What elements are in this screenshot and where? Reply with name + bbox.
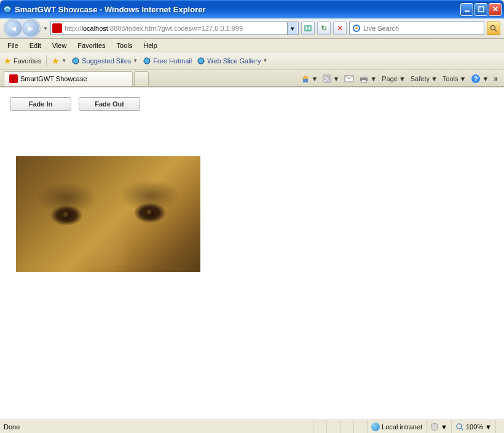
printer-icon <box>359 74 369 83</box>
menu-view[interactable]: View <box>47 41 72 50</box>
tools-menu[interactable]: Tools▼ <box>443 75 467 82</box>
tab-bar: SmartGWT Showcase ▼ ▼ ▼ Page▼ Safety▼ To… <box>0 70 504 87</box>
svg-point-10 <box>144 58 150 64</box>
free-hotmail-link[interactable]: Free Hotmail <box>143 57 192 65</box>
status-pane <box>353 420 367 433</box>
star-icon: ★ <box>4 56 12 66</box>
page-content: Fade In Fade Out <box>0 87 504 419</box>
svg-point-20 <box>457 424 462 429</box>
status-pane <box>326 420 340 433</box>
svg-point-9 <box>73 58 79 64</box>
zoom-control[interactable]: 100% ▼ <box>451 420 495 433</box>
svg-point-11 <box>198 58 204 64</box>
read-mail-button[interactable] <box>344 75 354 82</box>
print-button[interactable]: ▼ <box>359 74 377 83</box>
svg-rect-1 <box>465 10 470 12</box>
address-bar[interactable]: http://localhost:8888/index.html?gwt.cod… <box>50 22 299 35</box>
svg-rect-17 <box>361 80 366 82</box>
suggested-sites-link[interactable]: Suggested Sites▼ <box>71 57 138 65</box>
magnifier-icon <box>490 25 497 32</box>
status-bar: Done Local intranet ▼ 100% ▼ <box>0 419 504 433</box>
zone-icon <box>371 423 380 431</box>
demo-image <box>16 156 200 272</box>
nav-toolbar: ◄ ► ▼ http://localhost:8888/index.html?g… <box>0 18 504 39</box>
search-placeholder: Live Search <box>363 25 399 32</box>
svg-point-6 <box>355 27 358 30</box>
site-icon <box>9 74 18 83</box>
search-box[interactable]: Live Search <box>349 22 484 35</box>
magnifier-icon <box>455 423 464 431</box>
window-title: SmartGWT Showcase - Windows Internet Exp… <box>15 5 460 14</box>
resize-grip[interactable] <box>495 420 504 433</box>
svg-rect-2 <box>479 7 484 12</box>
url-dropdown[interactable]: ▾ <box>287 22 297 34</box>
mail-icon <box>344 75 354 82</box>
recent-pages-dropdown[interactable]: ▼ <box>43 26 48 31</box>
home-icon <box>301 74 310 84</box>
fade-in-button[interactable]: Fade In <box>10 97 71 111</box>
toolbar-overflow-button[interactable]: » <box>494 74 498 83</box>
svg-point-13 <box>325 79 326 81</box>
favorites-button[interactable]: ★Favorites <box>4 56 41 66</box>
svg-text:?: ? <box>474 75 478 82</box>
help-icon: ? <box>471 74 481 84</box>
menu-tools[interactable]: Tools <box>112 41 138 50</box>
status-text: Done <box>0 420 313 433</box>
tab-smartgwt-showcase[interactable]: SmartGWT Showcase <box>4 71 133 86</box>
web-slice-gallery-link[interactable]: Web Slice Gallery▼ <box>197 57 267 65</box>
minimize-button[interactable] <box>460 3 473 16</box>
stop-button[interactable]: ✕ <box>333 22 347 35</box>
separator <box>46 55 47 66</box>
site-icon <box>52 23 62 33</box>
feeds-button[interactable]: ▼ <box>323 74 339 83</box>
status-pane <box>313 420 326 433</box>
protected-mode-button[interactable]: ▼ <box>426 420 451 433</box>
maximize-button[interactable] <box>474 3 487 16</box>
menu-bar: File Edit View Favorites Tools Help <box>0 39 504 52</box>
tab-title: SmartGWT Showcase <box>20 75 87 82</box>
svg-line-21 <box>461 428 463 430</box>
safety-menu[interactable]: Safety▼ <box>411 75 438 82</box>
url-text: http://localhost:8888/index.html?gwt.cod… <box>65 25 287 32</box>
ie-logo-icon <box>2 4 12 14</box>
menu-file[interactable]: File <box>2 41 23 50</box>
back-button[interactable]: ◄ <box>5 20 22 37</box>
rss-icon <box>323 74 331 83</box>
shield-icon <box>430 423 439 431</box>
menu-favorites[interactable]: Favorites <box>73 41 110 50</box>
ie-page-icon <box>71 57 80 65</box>
window-titlebar: SmartGWT Showcase - Windows Internet Exp… <box>0 0 504 18</box>
ie-page-icon <box>143 57 151 65</box>
forward-button[interactable]: ► <box>22 20 39 37</box>
menu-edit[interactable]: Edit <box>25 41 46 50</box>
svg-rect-16 <box>361 75 366 77</box>
bing-icon <box>352 24 361 33</box>
favorites-bar: ★Favorites ★▼ Suggested Sites▼ Free Hotm… <box>0 52 504 70</box>
search-go-button[interactable] <box>487 22 500 35</box>
compat-view-button[interactable] <box>301 22 315 35</box>
security-zone[interactable]: Local intranet <box>367 420 426 433</box>
new-tab-button[interactable] <box>134 71 149 86</box>
ie-page-icon <box>197 57 205 65</box>
home-button[interactable]: ▼ <box>301 74 318 84</box>
add-favorite-button[interactable]: ★▼ <box>52 56 66 66</box>
svg-point-7 <box>491 26 495 30</box>
help-button[interactable]: ?▼ <box>471 74 489 84</box>
fade-out-button[interactable]: Fade Out <box>79 97 140 111</box>
close-button[interactable]: ✕ <box>489 3 502 16</box>
svg-line-8 <box>495 30 497 31</box>
refresh-button[interactable]: ↻ <box>317 22 331 35</box>
status-pane <box>340 420 353 433</box>
menu-help[interactable]: Help <box>138 41 162 50</box>
star-add-icon: ★ <box>52 56 60 66</box>
page-menu[interactable]: Page▼ <box>382 75 406 82</box>
